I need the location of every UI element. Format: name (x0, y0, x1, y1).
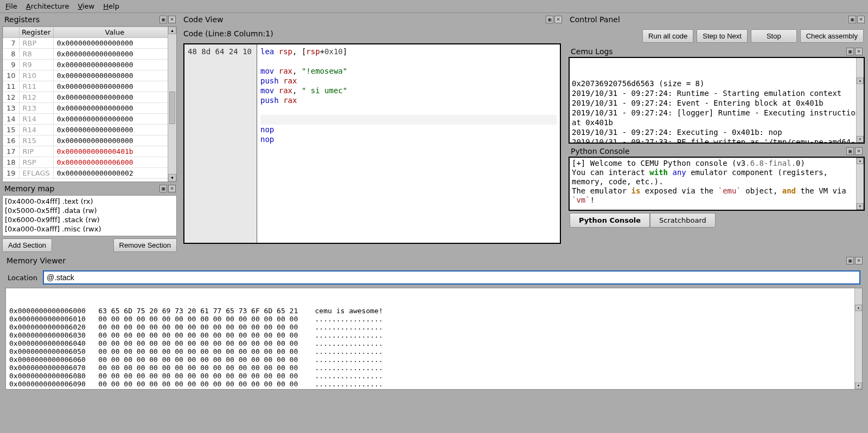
hex-dump-line: 0x0000000000006090 00 00 00 00 00 00 00 … (9, 380, 859, 388)
scroll-down-icon[interactable]: ▾ (855, 383, 862, 389)
step-to-next-button[interactable]: Step to Next (697, 29, 748, 43)
code-line[interactable]: push rax (260, 76, 557, 86)
menu-view[interactable]: View (78, 2, 94, 10)
log-line: 0x20736920756d6563 (size = 8) (572, 79, 861, 88)
run-all-code-button[interactable]: Run all code (642, 29, 693, 43)
scroll-up-icon[interactable]: ▴ (855, 305, 862, 311)
hex-dump-line: 0x0000000000006020 00 00 00 00 00 00 00 … (9, 323, 859, 331)
code-body[interactable]: lea rsp, [rsp+0x10] mov rax, "!emosewa"p… (257, 44, 560, 243)
register-rownum: 7 (3, 38, 20, 49)
dock-close-icon[interactable]: ✕ (855, 147, 863, 155)
register-row[interactable]: 8R80x0000000000000000 (3, 49, 176, 60)
memory-map-list[interactable]: [0x4000-0x4fff] .text (rx)[0x5000-0x5fff… (2, 195, 177, 236)
scroll-up-icon[interactable]: ▴ (168, 27, 176, 34)
scroll-up-icon[interactable]: ▴ (857, 77, 864, 84)
tab-python-console[interactable]: Python Console (570, 213, 650, 228)
register-row[interactable]: 10R100x0000000000000000 (3, 70, 176, 81)
register-rownum: 16 (3, 135, 20, 146)
register-row[interactable]: 16R150x0000000000000000 (3, 135, 176, 146)
register-row[interactable]: 18RSP0x0000000000006000 (3, 157, 176, 168)
scroll-up-icon[interactable]: ▴ (857, 158, 864, 164)
menu-file[interactable]: File (5, 2, 17, 10)
location-input[interactable] (43, 270, 860, 285)
registers-col-register[interactable]: Register (19, 27, 53, 38)
add-section-button[interactable]: Add Section (2, 238, 52, 252)
memmap-title: Memory map (3, 184, 55, 193)
check-assembly-button[interactable]: Check assembly (800, 29, 864, 43)
register-rownum: 11 (3, 81, 20, 92)
register-row[interactable]: 17RIP0x000000000000401b (3, 146, 176, 157)
memory-hex-dump[interactable]: 0x0000000000006000 63 65 6D 75 20 69 73 … (5, 288, 863, 390)
memmap-item[interactable]: [0xa000-0xafff] .misc (rwx) (5, 224, 174, 234)
pyconsole-scrollbar[interactable]: ▴ ▾ (856, 158, 864, 210)
memmap-item[interactable]: [0x4000-0x4fff] .text (rx) (5, 197, 174, 206)
log-line: 2019/10/31 - 09:27:24: Runtime - Startin… (572, 88, 861, 98)
dock-undock-icon[interactable]: ▣ (546, 16, 553, 23)
tab-scratchboard[interactable]: Scratchboard (650, 213, 716, 228)
dock-undock-icon[interactable]: ▣ (846, 48, 854, 55)
registers-table[interactable]: Register Value 7RBP0x00000000000000008R8… (2, 26, 177, 182)
code-line[interactable]: lea rsp, [rsp+0x10] (260, 47, 557, 56)
log-line: 2019/10/31 - 09:27:24: [logger] Runtime … (572, 108, 861, 127)
code-line[interactable] (260, 115, 557, 125)
python-prompt[interactable]: >>> (572, 208, 861, 211)
register-value: 0x0000000000000000 (53, 92, 176, 103)
dock-close-icon[interactable]: ✕ (857, 16, 865, 23)
register-row[interactable]: 9R90x0000000000000000 (3, 60, 176, 70)
register-value: 0x0000000000000000 (53, 125, 176, 135)
dock-close-icon[interactable]: ✕ (168, 16, 176, 23)
cemu-log-output[interactable]: 0x20736920756d6563 (size = 8)2019/10/31 … (569, 57, 865, 144)
code-editor[interactable]: 48 8d 64 24 10 lea rsp, [rsp+0x10] mov r… (183, 43, 561, 244)
menu-help[interactable]: Help (103, 2, 119, 10)
register-name: EFLAGS (19, 168, 53, 179)
register-row[interactable]: 13R130x0000000000000000 (3, 103, 176, 114)
memmap-item[interactable]: [0x6000-0x9fff] .stack (rw) (5, 215, 174, 224)
register-row[interactable]: 7RBP0x0000000000000000 (3, 38, 176, 49)
scroll-thumb[interactable] (169, 92, 175, 124)
code-line[interactable] (260, 105, 557, 115)
register-name: R10 (19, 70, 53, 81)
code-line[interactable] (260, 56, 557, 66)
register-row[interactable]: 15R140x0000000000000000 (3, 125, 176, 135)
register-row[interactable]: 12R120x0000000000000000 (3, 92, 176, 103)
code-line[interactable]: nop (260, 125, 557, 134)
python-console-output[interactable]: [+] Welcome to CEMU Python console (v3.6… (569, 157, 865, 211)
registers-scrollbar[interactable]: ▴ ▾ (168, 27, 176, 182)
registers-col-value[interactable]: Value (53, 27, 176, 38)
dock-undock-icon[interactable]: ▣ (846, 147, 854, 155)
code-line[interactable]: push rax (260, 95, 557, 105)
register-rownum: 18 (3, 157, 20, 168)
register-value: 0x0000000000000000 (53, 60, 176, 70)
code-line[interactable]: mov rax, "!emosewa" (260, 66, 557, 76)
dock-close-icon[interactable]: ✕ (855, 257, 863, 264)
register-name: R15 (19, 135, 53, 146)
memmap-item[interactable]: [0x5000-0x5fff] .data (rw) (5, 206, 174, 215)
code-line[interactable]: mov rax, " si umec" (260, 86, 557, 95)
menu-architecture[interactable]: Architecture (26, 2, 69, 10)
py-welcome: [+] Welcome to CEMU Python console (v3 (572, 159, 745, 167)
dock-close-icon[interactable]: ✕ (168, 185, 176, 192)
register-value: 0x0000000000000000 (53, 70, 176, 81)
memviewer-scrollbar[interactable]: ▴ ▾ (854, 288, 862, 389)
scroll-down-icon[interactable]: ▾ (857, 136, 864, 143)
register-rownum: 12 (3, 92, 20, 103)
dock-undock-icon[interactable]: ▣ (159, 16, 167, 23)
dock-undock-icon[interactable]: ▣ (846, 257, 854, 264)
register-value: 0x0000000000000000 (53, 81, 176, 92)
stop-button[interactable]: Stop (751, 29, 797, 43)
register-value: 0x0000000000000002 (53, 168, 176, 179)
dock-close-icon[interactable]: ✕ (554, 16, 562, 23)
scroll-down-icon[interactable]: ▾ (857, 203, 864, 210)
register-row[interactable]: 19EFLAGS0x0000000000000002 (3, 168, 176, 179)
hex-dump-line: 0x0000000000006030 00 00 00 00 00 00 00 … (9, 331, 859, 339)
scroll-down-icon[interactable]: ▾ (168, 174, 176, 182)
hex-dump-line: 0x0000000000006010 00 00 00 00 00 00 00 … (9, 315, 859, 323)
dock-undock-icon[interactable]: ▣ (159, 185, 167, 192)
dock-undock-icon[interactable]: ▣ (848, 16, 856, 23)
register-row[interactable]: 14R140x0000000000000000 (3, 114, 176, 125)
register-row[interactable]: 11R110x0000000000000000 (3, 81, 176, 92)
code-line[interactable]: nop (260, 134, 557, 144)
dock-close-icon[interactable]: ✕ (855, 48, 863, 55)
logs-scrollbar[interactable]: ▴ ▾ (856, 58, 864, 143)
remove-section-button[interactable]: Remove Section (113, 238, 177, 252)
